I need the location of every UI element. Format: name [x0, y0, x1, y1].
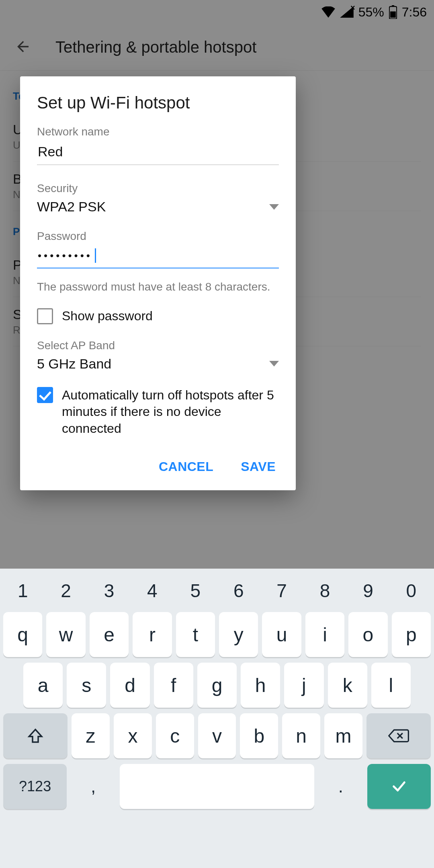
network-name-input[interactable] [37, 138, 279, 165]
dialog-title: Set up Wi-Fi hotspot [37, 93, 279, 113]
cancel-button[interactable]: CANCEL [156, 454, 217, 479]
key-y[interactable]: y [219, 612, 258, 657]
chevron-down-icon [269, 204, 279, 210]
key-s[interactable]: s [67, 663, 106, 708]
key-c[interactable]: c [156, 713, 194, 758]
key-b[interactable]: b [240, 713, 278, 758]
show-password-label: Show password [62, 308, 153, 325]
symbols-key[interactable]: ?123 [3, 764, 67, 809]
key-l[interactable]: l [371, 663, 411, 708]
key-3[interactable]: 3 [90, 575, 129, 606]
show-password-checkbox[interactable] [37, 308, 53, 324]
security-select[interactable]: WPA2 PSK [37, 195, 279, 220]
ap-band-select[interactable]: 5 GHz Band [37, 352, 279, 377]
key-0[interactable]: 0 [392, 575, 431, 606]
security-label: Security [37, 182, 279, 195]
key-d[interactable]: d [110, 663, 149, 708]
key-j[interactable]: j [284, 663, 323, 708]
key-1[interactable]: 1 [3, 575, 42, 606]
ap-band-label: Select AP Band [37, 339, 279, 352]
key-e[interactable]: e [90, 612, 129, 657]
key-r[interactable]: r [133, 612, 172, 657]
key-f[interactable]: f [154, 663, 193, 708]
key-k[interactable]: k [328, 663, 367, 708]
auto-off-row[interactable]: Automatically turn off hotspots after 5 … [37, 387, 279, 437]
key-a[interactable]: a [23, 663, 63, 708]
network-name-label: Network name [37, 125, 279, 138]
key-i[interactable]: i [305, 612, 344, 657]
backspace-key[interactable] [366, 713, 431, 758]
security-value: WPA2 PSK [37, 199, 106, 215]
key-m[interactable]: m [324, 713, 362, 758]
password-input[interactable]: ••••••••• [37, 243, 279, 268]
key-w[interactable]: w [46, 612, 85, 657]
key-g[interactable]: g [197, 663, 237, 708]
wifi-hotspot-dialog: Set up Wi-Fi hotspot Network name Securi… [20, 76, 296, 490]
key-z[interactable]: z [72, 713, 110, 758]
enter-key[interactable] [367, 764, 431, 809]
password-hint: The password must have at least 8 charac… [37, 280, 279, 293]
key-5[interactable]: 5 [176, 575, 215, 606]
key-x[interactable]: x [114, 713, 152, 758]
key-4[interactable]: 4 [133, 575, 172, 606]
key-2[interactable]: 2 [46, 575, 85, 606]
comma-key[interactable]: , [71, 764, 116, 809]
soft-keyboard: 1234567890 qwertyuiop asdfghjkl zxcvbnm … [0, 569, 434, 868]
save-button[interactable]: SAVE [237, 454, 279, 479]
key-o[interactable]: o [348, 612, 387, 657]
key-9[interactable]: 9 [348, 575, 387, 606]
chevron-down-icon [269, 361, 279, 366]
key-h[interactable]: h [241, 663, 280, 708]
shift-key[interactable] [3, 713, 68, 758]
key-n[interactable]: n [282, 713, 320, 758]
password-label: Password [37, 230, 279, 243]
key-t[interactable]: t [176, 612, 215, 657]
key-v[interactable]: v [198, 713, 236, 758]
ap-band-value: 5 GHz Band [37, 356, 111, 372]
auto-off-label: Automatically turn off hotspots after 5 … [62, 387, 279, 437]
space-key[interactable] [120, 764, 314, 809]
key-u[interactable]: u [262, 612, 301, 657]
key-7[interactable]: 7 [262, 575, 301, 606]
text-cursor [95, 248, 96, 263]
show-password-row[interactable]: Show password [37, 308, 279, 325]
key-8[interactable]: 8 [305, 575, 344, 606]
key-q[interactable]: q [3, 612, 42, 657]
key-6[interactable]: 6 [219, 575, 258, 606]
key-p[interactable]: p [392, 612, 431, 657]
auto-off-checkbox[interactable] [37, 387, 53, 403]
period-key[interactable]: . [318, 764, 363, 809]
